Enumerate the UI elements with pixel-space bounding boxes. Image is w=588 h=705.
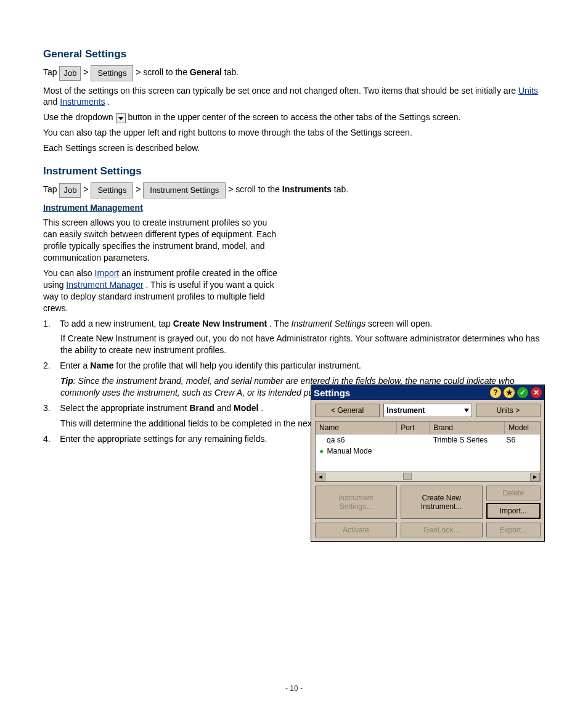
instrument-management-heading: Instrument Management — [43, 202, 545, 214]
text: > scroll to the — [228, 184, 282, 194]
instrument-settings-title: Instrument Settings — [43, 165, 545, 177]
text: Tap — [43, 67, 59, 77]
list-row[interactable]: ● Manual Mode — [316, 446, 540, 457]
cell-model: S6 — [506, 436, 536, 444]
text: Enter the appropriate settings for any r… — [60, 434, 267, 444]
step-number: 4. — [43, 434, 51, 444]
nav-prev-button[interactable]: < General — [315, 404, 380, 417]
step-2: 2. Enter a Name for the profile that wil… — [43, 360, 545, 372]
text: > scroll to the — [136, 67, 190, 77]
instrument-settings-screen-name: Instrument Settings — [292, 319, 366, 328]
text: > — [83, 67, 91, 77]
activate-btn[interactable]: Activate — [315, 523, 397, 537]
text: and — [43, 97, 60, 107]
import-link[interactable]: Import — [95, 268, 120, 278]
text: You can also — [43, 268, 95, 278]
page-number: - 10 - — [0, 684, 588, 693]
step-number: 3. — [43, 403, 51, 413]
create-new-instrument-label: Create New Instrument — [173, 319, 267, 328]
ok-icon[interactable]: ✓ — [517, 387, 528, 398]
name-field-label: Name — [90, 361, 113, 370]
instrument-settings-btn[interactable]: Instrument Settings... — [315, 486, 397, 519]
cell-model — [505, 447, 536, 455]
general-intro: Tap Job > Settings > scroll to the Gener… — [43, 65, 545, 81]
cell-brand — [430, 447, 505, 455]
instrument-intro: Tap Job > Settings > Instrument Settings… — [43, 182, 545, 198]
step-number: 2. — [43, 361, 51, 370]
help-icon[interactable]: ? — [490, 387, 501, 398]
col-port[interactable]: Port — [397, 422, 430, 434]
settings-button[interactable]: Settings — [91, 65, 133, 81]
instrument-desc: This screen allows you to create instrum… — [43, 217, 277, 264]
settings-title: Settings — [314, 388, 490, 398]
scroll-left-icon[interactable]: ◄ — [316, 473, 325, 481]
general-para3: Use the dropdown button in the upper cen… — [43, 112, 545, 123]
tab-selector[interactable]: Instrument — [383, 404, 472, 417]
text: Select the appropriate instrument — [60, 403, 189, 413]
text: Enter a — [60, 361, 90, 370]
instruments-tab-name: Instruments — [282, 184, 332, 194]
create-new-instrument-btn[interactable]: Create New Instrument... — [401, 486, 483, 519]
general-para4: You can also tap the upper left and righ… — [43, 127, 545, 139]
dropdown-icon[interactable] — [116, 113, 126, 123]
general-para5: Each Settings screen is described below. — [43, 142, 545, 154]
instrument-import-para: You can also Import an instrument profil… — [43, 267, 277, 314]
model-field-label: Model — [234, 403, 258, 413]
job-button[interactable]: Job — [59, 66, 81, 81]
text: To add a new instrument, tap — [60, 319, 173, 328]
close-icon[interactable]: ✕ — [531, 387, 542, 398]
step-1: 1. To add a new instrument, tap Create N… — [43, 318, 545, 330]
instrument-list[interactable]: Name Port Brand Model qa s6 Trimble S Se… — [315, 421, 541, 482]
general-settings-title: General Settings — [43, 48, 545, 60]
text: and — [217, 403, 234, 413]
export-btn[interactable]: Export... — [486, 523, 541, 537]
text: Use the dropdown — [43, 112, 116, 122]
col-name[interactable]: Name — [316, 422, 397, 434]
text: Most of the settings on this screen can … — [43, 86, 518, 96]
job-button-2[interactable]: Job — [59, 183, 81, 198]
instrument-manager-link[interactable]: Instrument Manager — [66, 280, 143, 290]
scroll-right-icon[interactable]: ► — [530, 473, 540, 481]
chevron-down-icon — [464, 409, 469, 412]
text: . — [107, 97, 110, 107]
import-btn[interactable]: Import... — [486, 503, 541, 519]
scroll-thumb[interactable] — [403, 473, 412, 480]
general-para2: Most of the settings on this screen can … — [43, 85, 545, 108]
tab-selector-value: Instrument — [386, 406, 425, 415]
favorite-icon[interactable]: ★ — [504, 387, 515, 398]
settings-button-2[interactable]: Settings — [91, 182, 133, 198]
text: Tap — [43, 184, 59, 194]
text: . — [261, 403, 263, 413]
list-header: Name Port Brand Model — [316, 422, 540, 434]
cell-brand: Trimble S Series — [433, 436, 507, 444]
delete-btn[interactable]: Delete — [486, 486, 541, 500]
active-dot-icon: ● — [319, 447, 324, 455]
cell-name: qa s6 — [319, 436, 407, 444]
scroll-track[interactable] — [325, 473, 520, 481]
list-row[interactable]: qa s6 Trimble S Series S6 — [316, 434, 540, 446]
text: button in the upper center of the screen… — [128, 112, 460, 122]
step-1-note: If Create New Instrument is grayed out, … — [60, 333, 545, 356]
settings-titlebar: Settings ? ★ ✓ ✕ — [311, 385, 544, 400]
cell-port — [407, 436, 433, 444]
nav-next-button[interactable]: Units > — [476, 404, 541, 417]
settings-dialog: Settings ? ★ ✓ ✕ < General Instrument Un… — [311, 385, 545, 542]
instrument-settings-button[interactable]: Instrument Settings — [143, 182, 226, 198]
step-number: 1. — [43, 319, 51, 328]
col-brand[interactable]: Brand — [430, 422, 505, 434]
text: tab. — [334, 184, 348, 194]
geolock-btn[interactable]: GeoLock... — [401, 523, 483, 537]
horizontal-scrollbar[interactable]: ◄ ► — [316, 471, 540, 481]
general-tab-name: General — [190, 67, 222, 77]
tip-label: Tip — [60, 376, 73, 386]
text: > — [83, 184, 91, 194]
units-link[interactable]: Units — [518, 86, 538, 96]
cell-name: Manual Mode — [327, 447, 372, 455]
instruments-link[interactable]: Instruments — [60, 97, 105, 107]
text: for the profile that will help you ident… — [116, 361, 361, 370]
cell-port — [402, 447, 430, 455]
brand-field-label: Brand — [189, 403, 214, 413]
text: . The — [269, 319, 292, 328]
col-model[interactable]: Model — [505, 422, 540, 434]
text: screen will open. — [368, 319, 432, 328]
